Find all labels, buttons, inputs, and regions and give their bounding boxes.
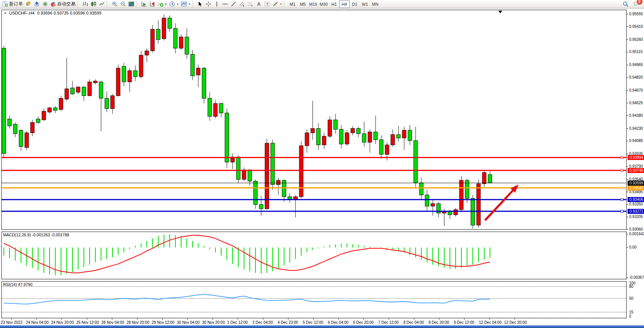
candlestick-chart-icon (91, 1, 96, 7)
candle-body (179, 37, 183, 48)
svg-text:T: T (266, 2, 268, 6)
candle-body (271, 143, 275, 185)
chart-symbol-period: USDCHF-,H4 (9, 11, 35, 15)
text-label-button[interactable]: T (263, 0, 271, 8)
timeframe-mn-button[interactable]: MN (370, 0, 381, 8)
crosshair-button[interactable] (204, 0, 213, 8)
candle-body (448, 212, 452, 215)
timeframe-m15-button[interactable]: M15 (308, 0, 318, 8)
dropdown-caret-icon: ▼ (188, 3, 191, 5)
line-handle[interactable] (621, 199, 623, 201)
timeframe-m30-button[interactable]: M30 (318, 0, 329, 8)
candle-body (145, 51, 149, 55)
candle-body (425, 195, 429, 206)
line-handle[interactable] (621, 156, 623, 158)
candlestick-chart-button[interactable] (89, 0, 98, 8)
rsi-panel-frame (2, 281, 626, 318)
bars-chart-button[interactable] (81, 0, 89, 8)
chart-canvas (0, 0, 644, 328)
publish-button[interactable] (32, 0, 41, 8)
chart-shift-button[interactable] (148, 0, 156, 8)
zoom-out-button[interactable] (119, 0, 127, 8)
search-icon (623, 1, 629, 7)
candle-body (105, 98, 109, 108)
candle-body (76, 87, 80, 92)
candle-body (357, 129, 360, 134)
new-order-button[interactable]: 新订单 (1, 0, 24, 8)
equidistant-channel-button[interactable]: E (238, 0, 246, 8)
timeframe-w1-button[interactable]: W1 (360, 0, 370, 8)
sound-alert-button[interactable] (41, 0, 49, 8)
autoscroll-icon (141, 1, 147, 7)
candle-body (208, 98, 212, 116)
autotrading-icon (50, 1, 56, 7)
autoscroll-button[interactable] (140, 0, 148, 8)
timeframe-m1-button[interactable]: M1 (287, 0, 298, 8)
vertical-line-button[interactable] (213, 0, 221, 8)
trendline-button[interactable] (230, 0, 238, 8)
main-panel-frame (2, 10, 626, 229)
cursor-button[interactable] (196, 0, 204, 8)
chart-title: ▼ USDCHF-,H4 0.93696 0.93735 0.93596 0.9… (4, 11, 101, 15)
candle-body (173, 28, 177, 48)
candle-body (82, 87, 86, 96)
line-chart-button[interactable] (98, 0, 106, 8)
arrow-annotation[interactable] (485, 189, 514, 220)
candle-body (339, 129, 343, 144)
candle-body (214, 103, 217, 116)
candle-body (288, 197, 292, 199)
timeframe-h4-button[interactable]: H4 (339, 0, 350, 8)
candle-body (459, 180, 463, 210)
fibonacci-icon: F (247, 1, 253, 7)
templates-button[interactable]: ▼ (180, 0, 192, 8)
candle-body (53, 108, 57, 110)
channel-icon: E (239, 1, 245, 7)
candle-body (19, 130, 23, 147)
candle-body (122, 66, 126, 82)
horizontal-line-icon (222, 1, 228, 7)
zoom-in-button[interactable] (110, 0, 119, 8)
timeframe-m5-button[interactable]: M5 (298, 0, 308, 8)
candle-body (59, 98, 63, 109)
fibonacci-button[interactable]: F (246, 0, 255, 8)
market-history-button[interactable] (24, 0, 32, 8)
candle-body (185, 37, 189, 54)
text-button[interactable]: A (255, 0, 263, 8)
autotrading-button[interactable]: 自动交易 (49, 0, 77, 8)
candle-body (311, 129, 315, 133)
candle-body (168, 18, 172, 28)
rsi-indicator-label: RSI(14) 47.9790 (3, 282, 32, 287)
main-toolbar: 新订单 自动交易 (0, 0, 644, 8)
line-handle[interactable] (621, 169, 623, 171)
candle-body (368, 132, 372, 142)
candle-body (316, 129, 320, 145)
new-order-label: 新订单 (9, 1, 23, 7)
indicators-button[interactable]: ▼ (156, 0, 168, 8)
candle-body (236, 157, 240, 179)
yellow-tag-icon (26, 1, 31, 7)
autotrading-label: 自动交易 (57, 1, 75, 7)
candle-body (93, 81, 97, 83)
notifications-button[interactable]: 1 (632, 0, 641, 8)
line-handle[interactable] (621, 187, 623, 189)
toolbar-separator (136, 1, 138, 7)
arrows-button[interactable]: ▼ (271, 0, 283, 8)
line-handle[interactable] (621, 210, 623, 212)
search-button[interactable] (622, 0, 630, 8)
tile-windows-button[interactable] (127, 0, 135, 8)
publish-icon (34, 1, 40, 7)
timeframe-h1-button[interactable]: H1 (329, 0, 339, 8)
candle-body (88, 82, 92, 95)
candle-body (116, 68, 120, 95)
toolbar-separator (107, 1, 109, 7)
template-icon (181, 1, 187, 7)
candle-body (133, 71, 137, 77)
candle-body (128, 71, 132, 82)
periods-button[interactable]: ▼ (168, 0, 180, 8)
horizontal-line-button[interactable] (221, 0, 230, 8)
candle-body (99, 82, 103, 98)
chart-dropdown-icon[interactable]: ▼ (4, 12, 6, 15)
timeframe-d1-button[interactable]: D1 (350, 0, 360, 8)
dropdown-caret-icon: ▼ (165, 3, 167, 5)
candle-body (2, 48, 6, 153)
